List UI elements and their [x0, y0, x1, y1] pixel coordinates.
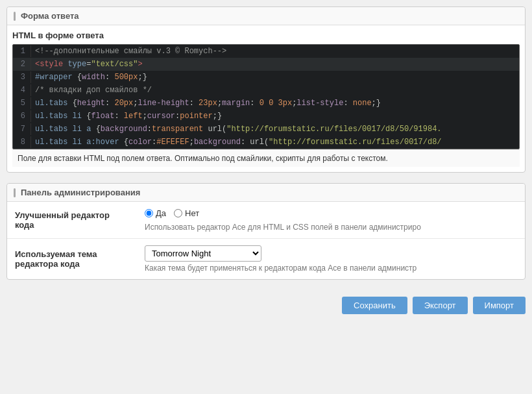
- code-content-4: /* вкладки доп смайлов */: [35, 84, 519, 96]
- admin-panel-title-text: Панель администрирования: [21, 188, 140, 197]
- line-num-6: 6: [13, 110, 31, 122]
- code-editor-wrapper: HTML в форме ответа 1 <!--дополнительные…: [7, 25, 525, 172]
- line-num-2: 2: [13, 58, 31, 70]
- theme-setting-label: Используемая тема редактора кода: [15, 249, 97, 269]
- code-content-3: #wrapper {width: 500px;}: [35, 71, 519, 83]
- editor-control-cell: Да Нет Использовать редактор Ace для HTM…: [137, 202, 525, 239]
- radio-yes-label: Да: [156, 208, 166, 218]
- export-button[interactable]: Экспорт: [413, 297, 468, 314]
- code-line-7: 7 ul.tabs li a {background:transparent u…: [13, 123, 519, 136]
- code-editor-label: HTML в форме ответа: [12, 31, 520, 40]
- radio-yes-input[interactable]: [145, 209, 153, 217]
- bottom-buttons: Сохранить Экспорт Импорт: [6, 290, 526, 321]
- hint-prefix: Поле для вставки HTML под полем ответа. …: [18, 154, 388, 163]
- code-block[interactable]: 1 <!--дополнительные смайлы v.3 © Romych…: [12, 44, 520, 149]
- form-answer-title-text: Форма ответа: [21, 11, 79, 21]
- radio-yes-option[interactable]: Да: [145, 208, 166, 218]
- form-answer-section: Форма ответа HTML в форме ответа 1 <!--д…: [6, 6, 526, 173]
- editor-setting-label: Улучшенный редактор кода: [15, 210, 110, 230]
- radio-no-input[interactable]: [174, 209, 182, 217]
- code-content-8: ul.tabs li a:hover {color:#EFEFEF;backgr…: [35, 136, 519, 148]
- code-line-2: 2 <style type="text/css">: [13, 58, 519, 71]
- editor-setting-row: Улучшенный редактор кода Да Нет: [7, 202, 525, 239]
- code-line-6: 6 ul.tabs li {float: left;cursor:pointer…: [13, 110, 519, 123]
- import-button[interactable]: Импорт: [473, 297, 526, 314]
- theme-label-cell: Используемая тема редактора кода: [7, 239, 137, 280]
- editor-hint: Использовать редактор Ace для HTML и CSS…: [145, 223, 517, 232]
- code-line-5: 5 ul.tabs {height: 20px;line-height: 23p…: [13, 97, 519, 110]
- code-line-4: 4 /* вкладки доп смайлов */: [13, 84, 519, 97]
- editor-radio-group: Да Нет: [145, 208, 199, 218]
- code-line-8: 8 ul.tabs li a:hover {color:#EFEFEF;back…: [13, 136, 519, 149]
- theme-setting-row: Используемая тема редактора кода Tomorro…: [7, 239, 525, 280]
- theme-hint: Какая тема будет применяться к редактора…: [145, 264, 517, 273]
- line-num-8: 8: [13, 136, 31, 148]
- save-button[interactable]: Сохранить: [342, 297, 407, 314]
- code-line-3: 3 #wrapper {width: 500px;}: [13, 71, 519, 84]
- form-answer-title: Форма ответа: [7, 7, 525, 25]
- editor-label-cell: Улучшенный редактор кода: [7, 202, 137, 239]
- admin-panel-title: Панель администрирования: [7, 184, 525, 202]
- admin-settings-table: Улучшенный редактор кода Да Нет: [7, 202, 525, 279]
- code-hint: Поле для вставки HTML под полем ответа. …: [12, 149, 520, 167]
- radio-no-option[interactable]: Нет: [174, 208, 199, 218]
- theme-control-cell: Tomorrow Night Monokai Chrome Dracula Ec…: [137, 239, 525, 280]
- theme-select[interactable]: Tomorrow Night Monokai Chrome Dracula Ec…: [145, 245, 261, 262]
- admin-panel-section: Панель администрирования Улучшенный реда…: [6, 183, 526, 280]
- code-line-1: 1 <!--дополнительные смайлы v.3 © Romych…: [13, 45, 519, 58]
- line-num-5: 5: [13, 97, 31, 109]
- code-content-6: ul.tabs li {float: left;cursor:pointer;}: [35, 110, 519, 122]
- code-content-1: <!--дополнительные смайлы v.3 © Romych--…: [35, 45, 519, 57]
- radio-arrow-wrapper: Да Нет: [145, 208, 199, 221]
- line-num-1: 1: [13, 45, 31, 57]
- code-content-5: ul.tabs {height: 20px;line-height: 23px;…: [35, 97, 519, 109]
- line-num-7: 7: [13, 123, 31, 135]
- radio-no-label: Нет: [185, 208, 199, 218]
- code-content-2: <style type="text/css">: [35, 58, 519, 70]
- line-num-3: 3: [13, 71, 31, 83]
- code-content-7: ul.tabs li a {background:transparent url…: [35, 123, 519, 135]
- line-num-4: 4: [13, 84, 31, 96]
